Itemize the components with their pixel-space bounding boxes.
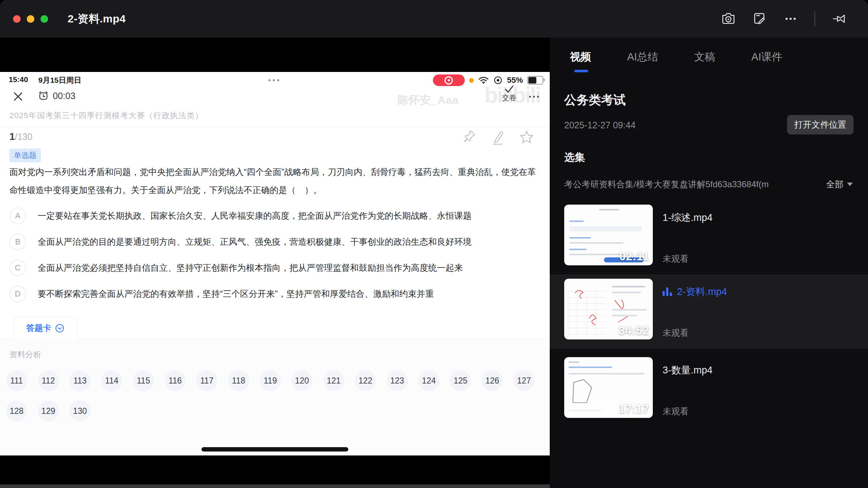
episode-title: 1-综述.mp4 <box>663 211 712 224</box>
exam-more-icon[interactable] <box>529 96 539 98</box>
tab-ai-courseware[interactable]: AI课件 <box>751 50 782 64</box>
toolbar <box>721 11 868 26</box>
option-letter: C <box>9 260 26 276</box>
playlist-filter-dropdown[interactable]: 全部 <box>826 179 853 190</box>
option-text: 全面从严治党的目的是要通过明方向、立规矩、正风气、强免疫，营造积极健康、干事创业… <box>38 236 472 248</box>
open-file-location-button[interactable]: 打开文件位置 <box>787 115 854 134</box>
option-a[interactable]: A 一定要站在事关党长期执政、国家长治久安、人民幸福安康的高度，把全面从严治党作… <box>9 207 472 224</box>
episode-item-2[interactable]: 34:52 2-资料.mp4 未观看 <box>550 274 868 349</box>
annotate-pencil-icon[interactable] <box>490 130 505 146</box>
check-icon <box>504 85 514 94</box>
option-text: 要不断探索完善全面从严治党的有效举措，坚持“三个区分开来”，坚持严管和厚爱结合、… <box>38 288 434 300</box>
tab-ai-summary[interactable]: AI总结 <box>627 50 658 64</box>
option-b[interactable]: B 全面从严治党的目的是要通过明方向、立规矩、正风气、强免疫，营造积极健康、干事… <box>9 233 472 251</box>
episode-thumbnail[interactable]: 02:11 <box>564 205 653 265</box>
section-label: 资料分析 <box>9 349 41 360</box>
answer-number[interactable]: 123 <box>387 370 408 391</box>
answer-number[interactable]: 116 <box>165 370 186 391</box>
pushpin-icon[interactable] <box>461 130 476 146</box>
playlist-header: 选集 <box>564 150 585 165</box>
episode-duration: 02:11 <box>619 250 649 263</box>
header-divider <box>0 127 550 127</box>
traffic-lights <box>0 15 48 23</box>
close-exam-icon[interactable] <box>12 91 24 102</box>
option-text: 一定要站在事关党长期执政、国家长治久安、人民幸福安康的高度，把全面从严治党作为党… <box>38 210 472 222</box>
video-frame: 15:40 9月15日周日 55% <box>0 72 550 455</box>
camera-icon[interactable] <box>721 12 736 26</box>
playlist-path[interactable]: 考公考研资料合集/模考大赛复盘讲解5fd63a33684f(m <box>564 179 803 190</box>
sidebar: 视频 AI总结 文稿 AI课件 公务类考试 2025-12-27 09:44 打… <box>550 38 868 488</box>
phone-time: 15:40 <box>9 75 28 84</box>
option-letter: A <box>9 207 26 224</box>
pin-sidebar-icon[interactable] <box>832 12 846 26</box>
home-indicator <box>201 447 348 451</box>
now-playing-icon <box>663 287 672 296</box>
answer-number[interactable]: 124 <box>418 370 439 391</box>
alarm-clock-icon <box>38 90 49 102</box>
window-title: 2-资料.mp4 <box>68 12 126 26</box>
episode-thumbnail[interactable]: 17:17 <box>564 357 653 418</box>
episode-title-playing: 2-资料.mp4 <box>663 285 727 298</box>
exam-timer: 00:03 <box>38 90 76 102</box>
episode-status: 未观看 <box>663 327 689 339</box>
option-text: 全面从严治党必须把坚持自信自立、坚持守正创新作为根本指向，把从严管理监督和鼓励担… <box>38 262 463 274</box>
more-icon[interactable] <box>783 12 798 26</box>
user-watermark: 陈怀安_Aaa <box>397 93 459 108</box>
answer-number[interactable]: 122 <box>355 370 376 391</box>
question-type-badge: 单选题 <box>9 149 41 162</box>
episode-title: 3-数量.mp4 <box>663 364 712 377</box>
submit-exam-button[interactable]: 交卷 <box>502 85 516 103</box>
answer-number[interactable]: 128 <box>6 401 27 421</box>
tab-video[interactable]: 视频 <box>570 50 591 64</box>
note-edit-icon[interactable] <box>752 12 767 26</box>
answer-number[interactable]: 119 <box>260 370 281 391</box>
answer-number[interactable]: 114 <box>101 370 122 391</box>
zoom-window-button[interactable] <box>41 15 48 23</box>
video-title: 公务类考试 <box>564 92 626 108</box>
episode-item-3[interactable]: 17:17 3-数量.mp4 未观看 <box>550 353 868 427</box>
active-tab-underline <box>574 70 588 72</box>
answer-number[interactable]: 126 <box>482 370 503 391</box>
player-bottom-strip <box>0 484 550 488</box>
episode-duration: 34:52 <box>619 324 649 337</box>
caret-down-icon <box>847 183 853 186</box>
timer-value: 00:03 <box>53 91 76 101</box>
answer-number[interactable]: 111 <box>6 370 27 391</box>
episode-thumbnail[interactable]: 34:52 <box>564 279 653 339</box>
episode-duration: 17:17 <box>619 403 649 416</box>
tab-transcript[interactable]: 文稿 <box>694 50 715 64</box>
video-player-area[interactable]: 15:40 9月15日周日 55% <box>0 38 550 488</box>
paper-title: 2025年国考第三十四季行测模考大赛（行政执法类） <box>9 110 203 121</box>
episode-status: 未观看 <box>663 253 689 265</box>
answer-number[interactable]: 121 <box>323 370 344 391</box>
phone-status-bar: 15:40 9月15日周日 55% <box>0 74 550 86</box>
minimize-window-button[interactable] <box>27 15 34 23</box>
close-window-button[interactable] <box>13 15 21 23</box>
episode-item-1[interactable]: 02:11 1-综述.mp4 未观看 <box>550 200 868 275</box>
answer-number[interactable]: 130 <box>69 401 90 421</box>
phone-date: 9月15日周日 <box>38 75 81 85</box>
answer-number[interactable]: 125 <box>450 370 471 391</box>
answer-number[interactable]: 113 <box>69 370 90 391</box>
star-favorite-icon[interactable] <box>519 130 534 146</box>
answer-number[interactable]: 118 <box>228 370 249 391</box>
question-progress: 1/130 <box>9 131 33 142</box>
app-window: 2-资料.mp4 15:40 <box>0 0 868 488</box>
video-date: 2025-12-27 09:44 <box>564 120 635 130</box>
sidebar-tabs: 视频 AI总结 文稿 AI课件 <box>570 50 782 64</box>
answer-card-tab[interactable]: 答题卡 <box>14 316 77 339</box>
toolbar-divider <box>814 11 815 26</box>
progress-total: /130 <box>15 132 33 142</box>
option-letter: B <box>9 234 26 250</box>
answer-number-grid: 111 112 113 114 115 116 117 118 119 120 … <box>1 370 540 421</box>
answer-number[interactable]: 117 <box>196 370 217 391</box>
answer-number[interactable]: 127 <box>514 370 535 391</box>
answer-number[interactable]: 129 <box>38 401 59 421</box>
answer-number[interactable]: 115 <box>133 370 154 391</box>
option-d[interactable]: D 要不断探索完善全面从严治党的有效举措，坚持“三个区分开来”，坚持严管和厚爱结… <box>9 285 434 303</box>
answer-number[interactable]: 120 <box>292 370 312 391</box>
answer-card-panel: 资料分析 111 112 113 114 115 116 117 118 119… <box>0 339 550 455</box>
question-actions <box>461 130 534 146</box>
option-c[interactable]: C 全面从严治党必须把坚持自信自立、坚持守正创新作为根本指向，把从严管理监督和鼓… <box>9 259 463 277</box>
answer-number[interactable]: 112 <box>38 370 59 391</box>
